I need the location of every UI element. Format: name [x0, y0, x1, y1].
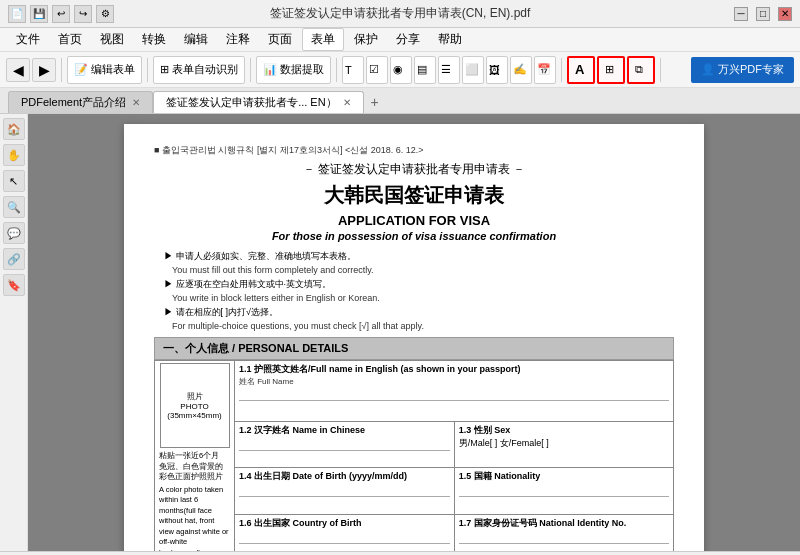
field-15-cell: 1.5 国籍 Nationality — [454, 468, 673, 514]
menu-share[interactable]: 分享 — [388, 29, 428, 50]
pdf-page: ■ 출입국관리법 시행규칙 [별지 제17호의3서식] <신설 2018. 6.… — [124, 124, 704, 551]
field-14-label: 1.4 出生日期 Date of Birth (yyyy/mm/dd) — [239, 470, 450, 483]
highlight-icon-3: ⧉ — [635, 63, 643, 76]
field-11-input[interactable] — [239, 389, 669, 401]
sidebar-bookmark-button[interactable]: 🔖 — [3, 274, 25, 296]
field-14-input[interactable] — [239, 485, 450, 497]
menu-file[interactable]: 文件 — [8, 29, 48, 50]
menu-edit[interactable]: 编辑 — [176, 29, 216, 50]
menu-protect[interactable]: 保护 — [346, 29, 386, 50]
tab-2-label: 签证签发认定申请获批者专... EN） — [166, 95, 337, 110]
menu-annotate[interactable]: 注释 — [218, 29, 258, 50]
field-12-input[interactable] — [239, 439, 450, 451]
title-bar: 📄 💾 ↩ ↪ ⚙ 签证签发认定申请获批者专用申请表(CN, EN).pdf ─… — [0, 0, 800, 28]
save-icon[interactable]: 💾 — [30, 5, 48, 23]
field-check-button[interactable]: ☑ — [366, 56, 388, 84]
auto-recognize-icon: ⊞ — [160, 63, 169, 76]
nav-fwd-button[interactable]: ▶ — [32, 58, 56, 82]
highlight-btn-1[interactable]: A — [567, 56, 595, 84]
sidebar-hand-button[interactable]: ✋ — [3, 144, 25, 166]
tab-2[interactable]: 签证签发认定申请获批者专... EN） ✕ — [153, 91, 364, 113]
window-title: 签证签发认定申请获批者专用申请表(CN, EN).pdf — [270, 5, 531, 22]
user-label: 万兴PDF专家 — [718, 62, 784, 77]
field-image-button[interactable]: 🖼 — [486, 56, 508, 84]
field-16-cell: 1.6 出生国家 Country of Birth — [235, 514, 455, 551]
instruction-1-cn: 申请人必须如实、完整、准确地填写本表格。 — [164, 250, 674, 263]
data-extract-label: 数据提取 — [280, 62, 324, 77]
tab-2-close[interactable]: ✕ — [343, 97, 351, 108]
menu-page[interactable]: 页面 — [260, 29, 300, 50]
menu-convert[interactable]: 转换 — [134, 29, 174, 50]
main-panel: 🏠 ✋ ↖ 🔍 💬 🔗 🔖 ■ 출입국관리법 시행규칙 [별지 제17호의3서식… — [0, 114, 800, 551]
sidebar-link-button[interactable]: 🔗 — [3, 248, 25, 270]
field-text-button[interactable]: T — [342, 56, 364, 84]
pdf-area[interactable]: ■ 출입국관리법 시행규칙 [별지 제17호의3서식] <신설 2018. 6.… — [28, 114, 800, 551]
auto-recognize-button[interactable]: ⊞ 表单自动识别 — [153, 56, 245, 84]
close-button[interactable]: ✕ — [778, 7, 792, 21]
undo-icon[interactable]: ↩ — [52, 5, 70, 23]
user-account-button[interactable]: 👤 万兴PDF专家 — [691, 57, 794, 83]
menu-home[interactable]: 首页 — [50, 29, 90, 50]
data-extract-button[interactable]: 📊 数据提取 — [256, 56, 331, 84]
sidebar-comment-button[interactable]: 💬 — [3, 222, 25, 244]
instruction-2-cn: 应逐项在空白处用韩文或中·英文填写。 — [164, 278, 674, 291]
instruction-1-en: You must fill out this form completely a… — [172, 265, 674, 275]
menu-icon[interactable]: ⚙ — [96, 5, 114, 23]
field-list-button[interactable]: ☰ — [438, 56, 460, 84]
field-button-button[interactable]: ⬜ — [462, 56, 484, 84]
field-14-cell: 1.4 出生日期 Date of Birth (yyyy/mm/dd) — [235, 468, 455, 514]
field-13-label: 1.3 性别 Sex — [459, 424, 669, 437]
pdf-title-en2: For those in possession of visa issuance… — [154, 230, 674, 242]
toolbar-separator-1 — [61, 58, 62, 82]
maximize-button[interactable]: □ — [756, 7, 770, 21]
tab-1-close[interactable]: ✕ — [132, 97, 140, 108]
tab-1[interactable]: PDFelement产品介绍 ✕ — [8, 91, 153, 113]
field-11-cell: 1.1 护照英文姓名/Full name in English (as show… — [235, 361, 674, 422]
edit-form-button[interactable]: 📝 编辑表单 — [67, 56, 142, 84]
highlight-icon-1: A — [575, 62, 584, 77]
field-11-sublabel: 姓名 Full Name — [239, 376, 669, 387]
menu-view[interactable]: 视图 — [92, 29, 132, 50]
field-radio-button[interactable]: ◉ — [390, 56, 412, 84]
field-date-button[interactable]: 📅 — [534, 56, 556, 84]
field-13-options: 男/Male[ ] 女/Female[ ] — [459, 437, 669, 450]
photo-cell: 照片 PHOTO (35mm×45mm) 粘贴一张近6个月 免冠、白色背景的 彩… — [155, 361, 235, 552]
highlight-btn-2[interactable]: ⊞ — [597, 56, 625, 84]
section-1-header: 一、个人信息 / PERSONAL DETAILS — [154, 337, 674, 360]
side-toolbar: 🏠 ✋ ↖ 🔍 💬 🔗 🔖 — [0, 114, 28, 551]
redo-icon[interactable]: ↪ — [74, 5, 92, 23]
instruction-3-cn: 请在相应的[ ]内打√选择。 — [164, 306, 674, 319]
toolbar-separator-5 — [561, 58, 562, 82]
field-11-label: 1.1 护照英文姓名/Full name in English (as show… — [239, 363, 669, 376]
highlight-icon-2: ⊞ — [605, 63, 614, 76]
field-12-label: 1.2 汉字姓名 Name in Chinese — [239, 424, 450, 437]
tab-bar: PDFelement产品介绍 ✕ 签证签发认定申请获批者专... EN） ✕ + — [0, 88, 800, 114]
nav-back-button[interactable]: ◀ — [6, 58, 30, 82]
field-13-cell: 1.3 性别 Sex 男/Male[ ] 女/Female[ ] — [454, 421, 673, 467]
field-13-male: 男/Male[ ] — [459, 438, 498, 448]
menu-bar: 文件 首页 视图 转换 编辑 注释 页面 表单 保护 分享 帮助 — [0, 28, 800, 52]
field-sign-button[interactable]: ✍ — [510, 56, 532, 84]
pdf-title-en1: APPLICATION FOR VISA — [154, 213, 674, 228]
sidebar-zoom-button[interactable]: 🔍 — [3, 196, 25, 218]
photo-box: 照片 PHOTO (35mm×45mm) — [160, 363, 230, 448]
field-15-input[interactable] — [459, 485, 669, 497]
menu-form[interactable]: 表单 — [302, 28, 344, 51]
menu-help[interactable]: 帮助 — [430, 29, 470, 50]
add-tab-button[interactable]: + — [364, 91, 386, 113]
field-16-input[interactable] — [239, 532, 450, 544]
photo-en: PHOTO — [180, 402, 208, 411]
photo-desc1: 粘贴一张近6个月 — [159, 451, 230, 462]
highlight-btn-3[interactable]: ⧉ — [627, 56, 655, 84]
field-17-input[interactable] — [459, 532, 669, 544]
field-combo-button[interactable]: ▤ — [414, 56, 436, 84]
field-15-label: 1.5 国籍 Nationality — [459, 470, 669, 483]
pdf-title-dash: － 签证签发认定申请获批者专用申请表 － — [154, 161, 674, 178]
toolbar-separator-4 — [336, 58, 337, 82]
sidebar-select-button[interactable]: ↖ — [3, 170, 25, 192]
title-bar-controls: ─ □ ✕ — [734, 7, 792, 21]
sidebar-home-button[interactable]: 🏠 — [3, 118, 25, 140]
photo-desc3: 彩色正面护照照片 — [159, 472, 230, 483]
edit-form-label: 编辑表单 — [91, 62, 135, 77]
minimize-button[interactable]: ─ — [734, 7, 748, 21]
